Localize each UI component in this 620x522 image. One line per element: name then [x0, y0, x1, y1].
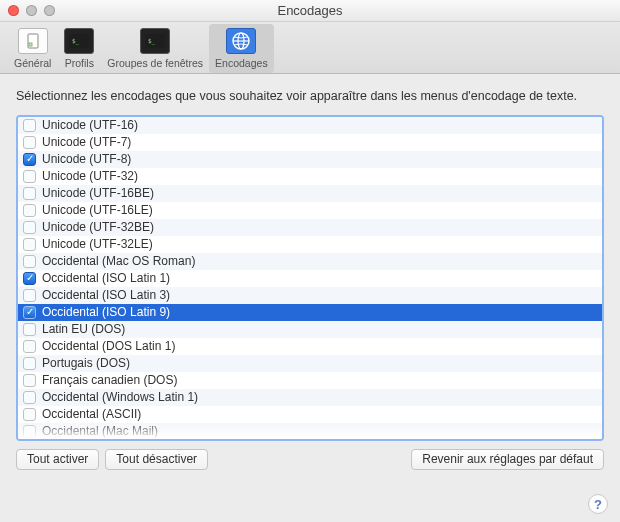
encoding-checkbox[interactable] — [23, 136, 36, 149]
encoding-row[interactable]: Unicode (UTF-32) — [18, 168, 602, 185]
encoding-checkbox[interactable] — [23, 391, 36, 404]
encoding-label: Occidental (ISO Latin 3) — [42, 288, 170, 302]
window-controls — [0, 5, 55, 16]
encoding-row[interactable]: Occidental (ISO Latin 1) — [18, 270, 602, 287]
disable-all-button[interactable]: Tout désactiver — [105, 449, 208, 470]
encoding-checkbox[interactable] — [23, 153, 36, 166]
encoding-checkbox[interactable] — [23, 357, 36, 370]
encodings-icon — [226, 28, 256, 54]
toolbar-item-general[interactable]: Général — [8, 24, 57, 73]
encoding-row[interactable]: Unicode (UTF-16BE) — [18, 185, 602, 202]
encoding-row[interactable]: Occidental (Windows Latin 1) — [18, 389, 602, 406]
toolbar-label: Général — [14, 57, 51, 69]
titlebar: Encodages — [0, 0, 620, 22]
groups-icon: $_ — [140, 28, 170, 54]
encoding-label: Unicode (UTF-32LE) — [42, 237, 153, 251]
encodings-scroll[interactable]: Unicode (UTF-16)Unicode (UTF-7)Unicode (… — [18, 117, 602, 439]
help-button[interactable]: ? — [588, 494, 608, 514]
encoding-checkbox[interactable] — [23, 238, 36, 251]
svg-rect-1 — [29, 43, 32, 46]
encoding-row[interactable]: Occidental (Mac OS Roman) — [18, 253, 602, 270]
minimize-button[interactable] — [26, 5, 37, 16]
encoding-row[interactable]: Unicode (UTF-16) — [18, 117, 602, 134]
encoding-row[interactable]: Occidental (ASCII) — [18, 406, 602, 423]
encoding-row[interactable]: Unicode (UTF-8) — [18, 151, 602, 168]
encoding-label: Unicode (UTF-16) — [42, 118, 138, 132]
toolbar-item-profiles[interactable]: $_Profils — [57, 24, 101, 73]
content-area: Sélectionnez les encodages que vous souh… — [0, 74, 620, 482]
toolbar-label: Encodages — [215, 57, 268, 69]
encoding-row[interactable]: Français canadien (DOS) — [18, 372, 602, 389]
encoding-label: Unicode (UTF-8) — [42, 152, 131, 166]
encoding-checkbox[interactable] — [23, 374, 36, 387]
encoding-row[interactable]: Unicode (UTF-7) — [18, 134, 602, 151]
zoom-button[interactable] — [44, 5, 55, 16]
encoding-checkbox[interactable] — [23, 425, 36, 438]
encoding-checkbox[interactable] — [23, 408, 36, 421]
encoding-label: Français canadien (DOS) — [42, 373, 177, 387]
encoding-checkbox[interactable] — [23, 170, 36, 183]
svg-text:$_: $_ — [148, 37, 156, 45]
encoding-checkbox[interactable] — [23, 119, 36, 132]
encoding-row[interactable]: Unicode (UTF-16LE) — [18, 202, 602, 219]
toolbar-label: Profils — [65, 57, 94, 69]
general-icon — [18, 28, 48, 54]
toolbar-item-encodings[interactable]: Encodages — [209, 24, 274, 73]
encoding-label: Portugais (DOS) — [42, 356, 130, 370]
encoding-checkbox[interactable] — [23, 255, 36, 268]
encoding-row[interactable]: Occidental (ISO Latin 9) — [18, 304, 602, 321]
button-row: Tout activer Tout désactiver Revenir aux… — [16, 449, 604, 470]
encoding-label: Unicode (UTF-16BE) — [42, 186, 154, 200]
encoding-label: Occidental (Mac OS Roman) — [42, 254, 195, 268]
encoding-checkbox[interactable] — [23, 323, 36, 336]
preferences-window: { "title": "Encodages", "toolbar": { "it… — [0, 0, 620, 522]
restore-defaults-button[interactable]: Revenir aux réglages par défaut — [411, 449, 604, 470]
encoding-row[interactable]: Occidental (Mac Mail) — [18, 423, 602, 439]
close-button[interactable] — [8, 5, 19, 16]
encoding-label: Occidental (ASCII) — [42, 407, 141, 421]
encoding-label: Occidental (Windows Latin 1) — [42, 390, 198, 404]
encoding-row[interactable]: Portugais (DOS) — [18, 355, 602, 372]
encoding-label: Unicode (UTF-32) — [42, 169, 138, 183]
encoding-label: Occidental (DOS Latin 1) — [42, 339, 175, 353]
encoding-checkbox[interactable] — [23, 289, 36, 302]
encoding-label: Unicode (UTF-7) — [42, 135, 131, 149]
encodings-listbox[interactable]: Unicode (UTF-16)Unicode (UTF-7)Unicode (… — [16, 115, 604, 441]
encoding-checkbox[interactable] — [23, 204, 36, 217]
encoding-checkbox[interactable] — [23, 187, 36, 200]
encoding-label: Unicode (UTF-32BE) — [42, 220, 154, 234]
encoding-label: Occidental (Mac Mail) — [42, 424, 158, 438]
encoding-row[interactable]: Unicode (UTF-32LE) — [18, 236, 602, 253]
encoding-checkbox[interactable] — [23, 340, 36, 353]
encoding-checkbox[interactable] — [23, 306, 36, 319]
encoding-row[interactable]: Unicode (UTF-32BE) — [18, 219, 602, 236]
encoding-label: Unicode (UTF-16LE) — [42, 203, 153, 217]
enable-all-button[interactable]: Tout activer — [16, 449, 99, 470]
encoding-label: Occidental (ISO Latin 1) — [42, 271, 170, 285]
encoding-label: Occidental (ISO Latin 9) — [42, 305, 170, 319]
encoding-checkbox[interactable] — [23, 272, 36, 285]
toolbar-label: Groupes de fenêtres — [107, 57, 203, 69]
encoding-row[interactable]: Latin EU (DOS) — [18, 321, 602, 338]
toolbar: Général$_Profils$_Groupes de fenêtresEnc… — [0, 22, 620, 74]
intro-text: Sélectionnez les encodages que vous souh… — [16, 88, 604, 105]
svg-text:$_: $_ — [72, 37, 80, 45]
window-title: Encodages — [0, 3, 620, 18]
encoding-label: Latin EU (DOS) — [42, 322, 125, 336]
toolbar-item-groups[interactable]: $_Groupes de fenêtres — [101, 24, 209, 73]
encoding-row[interactable]: Occidental (DOS Latin 1) — [18, 338, 602, 355]
profiles-icon: $_ — [64, 28, 94, 54]
encoding-row[interactable]: Occidental (ISO Latin 3) — [18, 287, 602, 304]
encoding-checkbox[interactable] — [23, 221, 36, 234]
